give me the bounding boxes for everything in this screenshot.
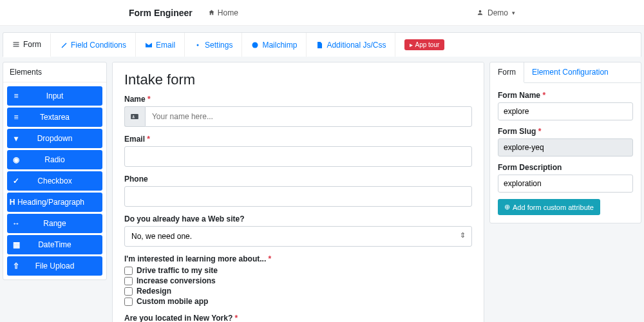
- element-fileupload[interactable]: ⇧File Upload: [7, 256, 102, 276]
- element-input[interactable]: ≡Input: [7, 86, 102, 106]
- svg-point-0: [479, 10, 482, 13]
- topbar: Form Engineer Home Demo ▾: [0, 0, 644, 26]
- field-interest: I'm interested in learning more about...…: [124, 254, 472, 306]
- form-title: Intake form: [124, 71, 472, 88]
- tab-form[interactable]: Form: [3, 33, 51, 57]
- svg-point-4: [133, 115, 135, 117]
- field-phone: Phone: [124, 175, 472, 207]
- tab-settings[interactable]: Settings: [185, 33, 242, 57]
- phone-label: Phone: [124, 175, 472, 184]
- element-heading[interactable]: HHeading/Paragraph: [7, 193, 102, 212]
- name-label: Name *: [124, 95, 472, 104]
- plus-circle-icon: ⊕: [504, 203, 510, 211]
- list-icon: [12, 41, 20, 48]
- element-range[interactable]: ↔Range: [7, 214, 102, 233]
- element-dropdown[interactable]: ▾Dropdown: [7, 129, 102, 148]
- gears-icon: [194, 41, 202, 49]
- form-canvas: Intake form Name * Email * Phone: [112, 62, 484, 322]
- interest-option-1[interactable]: Increase conversions: [124, 276, 472, 285]
- rp-name-label: Form Name *: [498, 91, 633, 100]
- interest-option-3[interactable]: Custom mobile app: [124, 297, 472, 306]
- tab-mailchimp[interactable]: Mailchimp: [242, 33, 307, 57]
- element-datetime[interactable]: ▦DateTime: [7, 235, 102, 254]
- tab-email[interactable]: Email: [136, 33, 185, 57]
- checkbox-1[interactable]: [124, 277, 133, 285]
- checkbox-0[interactable]: [124, 267, 133, 275]
- user-menu[interactable]: Demo ▾: [477, 8, 515, 17]
- radio-icon: ◉: [7, 155, 25, 164]
- tab-jscss[interactable]: Additional Js/Css: [307, 33, 395, 57]
- rp-slug-label: Form Slug *: [498, 127, 633, 136]
- phone-input[interactable]: [124, 186, 472, 207]
- interest-label: I'm interested in learning more about...…: [124, 254, 472, 263]
- elements-sidebar: Elements ≡Input ≡Textarea ▾Dropdown ◉Rad…: [3, 62, 107, 280]
- form-desc-input[interactable]: [498, 175, 633, 193]
- rp-tab-form[interactable]: Form: [490, 62, 524, 83]
- sidebar-header: Elements: [3, 62, 106, 82]
- website-label: Do you already have a Web site?: [124, 214, 472, 223]
- user-icon: [477, 9, 484, 16]
- rp-tab-config[interactable]: Element Configuration: [524, 62, 616, 82]
- field-website: Do you already have a Web site? No, we n…: [124, 214, 472, 247]
- chevron-down-icon: ▾: [512, 10, 515, 16]
- rp-field-desc: Form Description: [498, 163, 633, 193]
- checkbox-3[interactable]: [124, 298, 133, 306]
- element-checkbox[interactable]: ✓Checkbox: [7, 171, 102, 191]
- right-panel: Form Element Configuration Form Name * F…: [489, 62, 641, 223]
- add-custom-attribute-button[interactable]: ⊕ Add form custom attribute: [498, 199, 600, 215]
- form-slug-input: [498, 138, 633, 156]
- interest-option-2[interactable]: Redesign: [124, 287, 472, 296]
- interest-option-0[interactable]: Drive traffic to my site: [124, 266, 472, 275]
- svg-point-2: [252, 42, 258, 48]
- heading-icon: H: [7, 198, 17, 207]
- wand-icon: [60, 41, 68, 49]
- brand: Form Engineer: [129, 8, 193, 18]
- tab-field-conditions[interactable]: Field Conditions: [51, 33, 136, 57]
- upload-icon: ⇧: [7, 261, 25, 270]
- home-icon: [208, 9, 215, 16]
- dropdown-icon: ▾: [7, 134, 25, 143]
- input-icon: ≡: [7, 91, 25, 100]
- rp-field-name: Form Name *: [498, 91, 633, 120]
- file-icon: [316, 41, 323, 49]
- mailchimp-icon: [251, 41, 259, 49]
- app-tour-button[interactable]: ▸ App tour: [404, 39, 444, 50]
- play-icon: ▸: [410, 41, 413, 48]
- textarea-icon: ≡: [7, 113, 25, 122]
- tabbar: Form Field Conditions Email Settings Mai…: [3, 32, 641, 57]
- rp-desc-label: Form Description: [498, 163, 633, 172]
- range-icon: ↔: [7, 219, 25, 228]
- name-input[interactable]: [145, 106, 472, 127]
- home-link[interactable]: Home: [208, 8, 238, 17]
- calendar-icon: ▦: [7, 240, 25, 249]
- website-select[interactable]: No, we need one.: [124, 226, 472, 247]
- field-ny: Are you located in New York? * Yes No: [124, 314, 472, 322]
- rightpanel-tabs: Form Element Configuration: [490, 62, 641, 83]
- checkbox-icon: ✓: [7, 176, 25, 185]
- svg-rect-3: [131, 114, 139, 119]
- rp-field-slug: Form Slug *: [498, 127, 633, 156]
- field-name: Name *: [124, 95, 472, 127]
- checkbox-2[interactable]: [124, 287, 133, 296]
- email-label: Email *: [124, 135, 472, 144]
- envelope-icon: [145, 41, 153, 49]
- field-email: Email *: [124, 135, 472, 167]
- element-textarea[interactable]: ≡Textarea: [7, 108, 102, 127]
- svg-point-1: [197, 44, 199, 46]
- name-addon: [124, 106, 145, 127]
- ny-label: Are you located in New York? *: [124, 314, 472, 322]
- email-input[interactable]: [124, 146, 472, 167]
- element-radio[interactable]: ◉Radio: [7, 150, 102, 169]
- form-name-input[interactable]: [498, 102, 633, 120]
- elements-list: ≡Input ≡Textarea ▾Dropdown ◉Radio ✓Check…: [3, 82, 106, 279]
- id-card-icon: [130, 112, 139, 121]
- svg-rect-5: [133, 117, 135, 118]
